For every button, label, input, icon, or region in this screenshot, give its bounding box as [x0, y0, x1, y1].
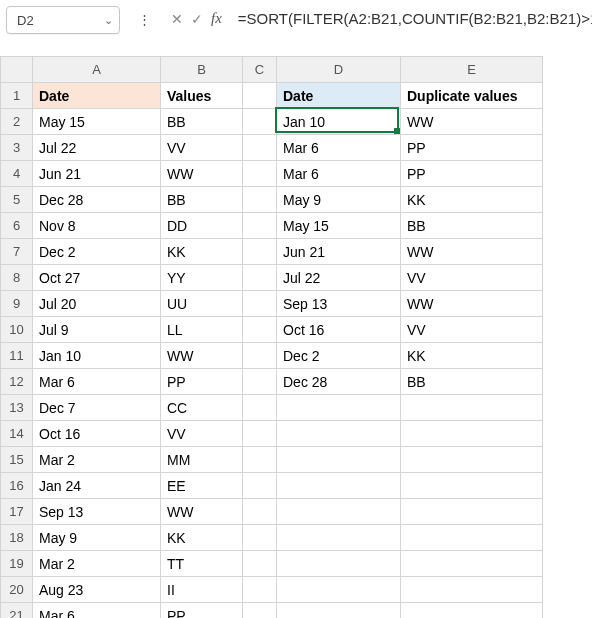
cell-A8[interactable]: Oct 27 — [33, 265, 161, 291]
cell-C10[interactable] — [243, 317, 277, 343]
cell-C15[interactable] — [243, 447, 277, 473]
row-header-1[interactable]: 1 — [1, 83, 33, 109]
cell-A14[interactable]: Oct 16 — [33, 421, 161, 447]
row-header-3[interactable]: 3 — [1, 135, 33, 161]
more-options-icon[interactable]: ⋮ — [136, 12, 153, 27]
column-header-E[interactable]: E — [401, 57, 543, 83]
cell-B21[interactable]: PP — [161, 603, 243, 619]
cell-A21[interactable]: Mar 6 — [33, 603, 161, 619]
cell-A7[interactable]: Dec 2 — [33, 239, 161, 265]
cell-A9[interactable]: Jul 20 — [33, 291, 161, 317]
cell-B1[interactable]: Values — [161, 83, 243, 109]
cell-D15[interactable] — [277, 447, 401, 473]
cell-D8[interactable]: Jul 22 — [277, 265, 401, 291]
cell-B16[interactable]: EE — [161, 473, 243, 499]
cell-E13[interactable] — [401, 395, 543, 421]
cancel-icon[interactable]: ✕ — [171, 11, 183, 27]
cell-C17[interactable] — [243, 499, 277, 525]
cell-E17[interactable] — [401, 499, 543, 525]
row-header-14[interactable]: 14 — [1, 421, 33, 447]
cell-C12[interactable] — [243, 369, 277, 395]
cell-E16[interactable] — [401, 473, 543, 499]
cell-C14[interactable] — [243, 421, 277, 447]
cell-E21[interactable] — [401, 603, 543, 619]
cell-C19[interactable] — [243, 551, 277, 577]
formula-bar[interactable]: =SORT(FILTER(A2:B21,COUNTIF(B2:B21,B2:B2… — [238, 4, 592, 48]
cell-D20[interactable] — [277, 577, 401, 603]
cell-E7[interactable]: WW — [401, 239, 543, 265]
chevron-down-icon[interactable]: ⌄ — [104, 14, 113, 27]
row-header-7[interactable]: 7 — [1, 239, 33, 265]
column-header-D[interactable]: D — [277, 57, 401, 83]
row-header-6[interactable]: 6 — [1, 213, 33, 239]
row-header-12[interactable]: 12 — [1, 369, 33, 395]
name-box[interactable]: D2 ⌄ — [6, 6, 120, 34]
cell-C4[interactable] — [243, 161, 277, 187]
row-header-20[interactable]: 20 — [1, 577, 33, 603]
fx-icon[interactable]: fx — [211, 10, 222, 27]
cell-D10[interactable]: Oct 16 — [277, 317, 401, 343]
row-header-5[interactable]: 5 — [1, 187, 33, 213]
cell-C21[interactable] — [243, 603, 277, 619]
spreadsheet-grid[interactable]: ABCDE1DateValuesDateDuplicate values2May… — [0, 56, 592, 618]
column-header-C[interactable]: C — [243, 57, 277, 83]
cell-A1[interactable]: Date — [33, 83, 161, 109]
cell-B19[interactable]: TT — [161, 551, 243, 577]
cell-B4[interactable]: WW — [161, 161, 243, 187]
cell-D3[interactable]: Mar 6 — [277, 135, 401, 161]
cell-B14[interactable]: VV — [161, 421, 243, 447]
cell-E12[interactable]: BB — [401, 369, 543, 395]
cell-C7[interactable] — [243, 239, 277, 265]
cell-B11[interactable]: WW — [161, 343, 243, 369]
cell-E4[interactable]: PP — [401, 161, 543, 187]
row-header-17[interactable]: 17 — [1, 499, 33, 525]
cell-B12[interactable]: PP — [161, 369, 243, 395]
cell-B7[interactable]: KK — [161, 239, 243, 265]
row-header-21[interactable]: 21 — [1, 603, 33, 619]
cell-D5[interactable]: May 9 — [277, 187, 401, 213]
cell-C2[interactable] — [243, 109, 277, 135]
cell-C5[interactable] — [243, 187, 277, 213]
cell-A6[interactable]: Nov 8 — [33, 213, 161, 239]
cell-B5[interactable]: BB — [161, 187, 243, 213]
row-header-8[interactable]: 8 — [1, 265, 33, 291]
cell-C16[interactable] — [243, 473, 277, 499]
cell-A3[interactable]: Jul 22 — [33, 135, 161, 161]
row-header-11[interactable]: 11 — [1, 343, 33, 369]
cell-E14[interactable] — [401, 421, 543, 447]
row-header-4[interactable]: 4 — [1, 161, 33, 187]
cell-C20[interactable] — [243, 577, 277, 603]
cell-B3[interactable]: VV — [161, 135, 243, 161]
cell-D11[interactable]: Dec 2 — [277, 343, 401, 369]
cell-B20[interactable]: II — [161, 577, 243, 603]
cell-D9[interactable]: Sep 13 — [277, 291, 401, 317]
cell-C9[interactable] — [243, 291, 277, 317]
cell-D18[interactable] — [277, 525, 401, 551]
cell-D6[interactable]: May 15 — [277, 213, 401, 239]
cell-B2[interactable]: BB — [161, 109, 243, 135]
row-header-15[interactable]: 15 — [1, 447, 33, 473]
cell-A16[interactable]: Jan 24 — [33, 473, 161, 499]
column-header-B[interactable]: B — [161, 57, 243, 83]
row-header-10[interactable]: 10 — [1, 317, 33, 343]
cell-E2[interactable]: WW — [401, 109, 543, 135]
cell-B15[interactable]: MM — [161, 447, 243, 473]
cell-E19[interactable] — [401, 551, 543, 577]
cell-A19[interactable]: Mar 2 — [33, 551, 161, 577]
cell-D21[interactable] — [277, 603, 401, 619]
cell-A5[interactable]: Dec 28 — [33, 187, 161, 213]
column-header-A[interactable]: A — [33, 57, 161, 83]
cell-E18[interactable] — [401, 525, 543, 551]
cell-D14[interactable] — [277, 421, 401, 447]
cell-A20[interactable]: Aug 23 — [33, 577, 161, 603]
cell-C3[interactable] — [243, 135, 277, 161]
cell-A12[interactable]: Mar 6 — [33, 369, 161, 395]
cell-D7[interactable]: Jun 21 — [277, 239, 401, 265]
cell-A2[interactable]: May 15 — [33, 109, 161, 135]
cell-D19[interactable] — [277, 551, 401, 577]
cell-A18[interactable]: May 9 — [33, 525, 161, 551]
cell-A4[interactable]: Jun 21 — [33, 161, 161, 187]
cell-D13[interactable] — [277, 395, 401, 421]
cell-A13[interactable]: Dec 7 — [33, 395, 161, 421]
cell-B8[interactable]: YY — [161, 265, 243, 291]
